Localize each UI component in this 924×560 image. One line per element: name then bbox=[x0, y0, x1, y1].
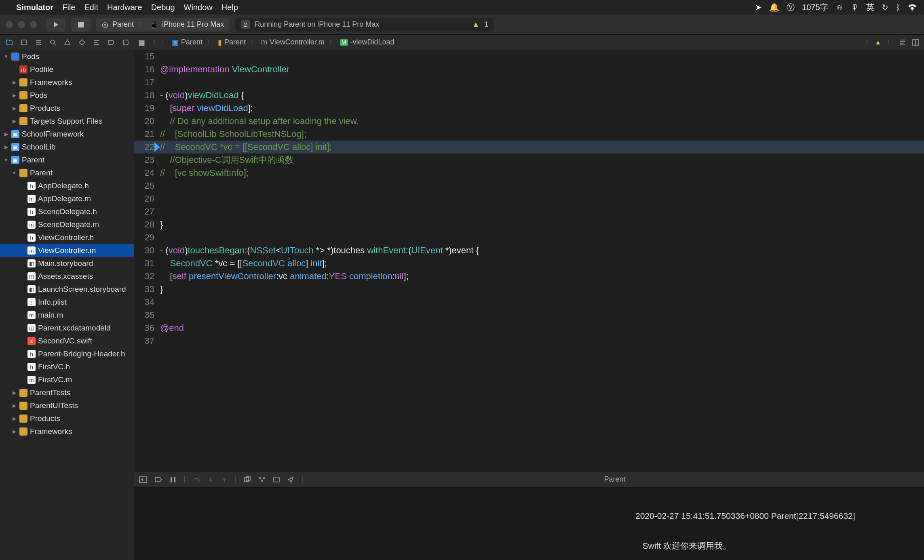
tree-row[interactable]: mViewController.m bbox=[0, 244, 134, 257]
tree-row[interactable]: mSceneDelegate.m bbox=[0, 218, 134, 231]
breakpoint-navigator-tab[interactable] bbox=[108, 38, 115, 46]
line-number[interactable]: 24 bbox=[134, 166, 160, 179]
line-number[interactable]: 31 bbox=[134, 257, 160, 270]
disclosure-triangle-icon[interactable] bbox=[11, 105, 17, 111]
project-navigator-tab[interactable] bbox=[6, 38, 13, 46]
smile-icon[interactable]: ☺ bbox=[835, 3, 844, 12]
code-content[interactable]: SecondVC *vc = [[SecondVC alloc] init]; bbox=[160, 257, 924, 270]
crumb-file[interactable]: ViewController.m bbox=[270, 38, 325, 46]
code-line[interactable]: 33} bbox=[134, 283, 924, 296]
environment-overrides-icon[interactable] bbox=[273, 476, 280, 483]
tree-row[interactable]: ParentUITests bbox=[0, 399, 134, 412]
menu-help[interactable]: Help bbox=[222, 3, 238, 12]
status-char-count[interactable]: 1075字 bbox=[802, 2, 828, 13]
tree-row[interactable]: ▣Parent bbox=[0, 154, 134, 166]
breakpoint-indicator-icon[interactable] bbox=[154, 142, 160, 152]
vpn-icon[interactable]: Ⓥ bbox=[787, 2, 795, 13]
line-number[interactable]: 27 bbox=[134, 205, 160, 218]
tree-row[interactable]: ▣SchoolFramework bbox=[0, 128, 134, 141]
tree-row[interactable]: ▣SchoolLib bbox=[0, 141, 134, 154]
line-number[interactable]: 20 bbox=[134, 115, 160, 128]
tree-row[interactable]: Targets Support Files bbox=[0, 115, 134, 128]
menu-window[interactable]: Window bbox=[184, 3, 213, 12]
tree-row[interactable]: sSecondVC.swift bbox=[0, 335, 134, 347]
code-line[interactable]: 29 bbox=[134, 231, 924, 244]
code-content[interactable]: @end bbox=[160, 322, 924, 335]
disclosure-triangle-icon[interactable] bbox=[3, 131, 9, 137]
issue-navigator-tab[interactable] bbox=[64, 38, 71, 46]
disclosure-triangle-icon[interactable] bbox=[11, 93, 17, 98]
code-line[interactable]: 22// SecondVC *vc = [[SecondVC alloc] in… bbox=[134, 141, 924, 154]
app-name[interactable]: Simulator bbox=[16, 3, 53, 12]
step-over-icon[interactable] bbox=[193, 476, 200, 483]
tree-row[interactable]: hViewController.h bbox=[0, 231, 134, 244]
code-content[interactable] bbox=[160, 50, 924, 63]
line-number[interactable]: 26 bbox=[134, 192, 160, 205]
line-number[interactable]: 15 bbox=[134, 50, 160, 63]
line-number[interactable]: 17 bbox=[134, 76, 160, 89]
source-control-navigator-tab[interactable] bbox=[20, 38, 27, 46]
tree-row[interactable]: rbPodfile bbox=[0, 63, 134, 76]
tree-row[interactable]: hFirstVC.h bbox=[0, 360, 134, 373]
menu-debug[interactable]: Debug bbox=[151, 3, 175, 12]
debug-view-hierarchy-icon[interactable] bbox=[244, 476, 251, 483]
tree-row[interactable]: mmain.m bbox=[0, 309, 134, 322]
related-items-icon[interactable]: ▦ bbox=[138, 38, 145, 47]
tree-row[interactable]: ⋮Info.plist bbox=[0, 296, 134, 309]
pause-continue-icon[interactable] bbox=[170, 476, 176, 483]
disclosure-triangle-icon[interactable] bbox=[11, 390, 17, 396]
code-line[interactable]: 27 bbox=[134, 205, 924, 218]
disclosure-triangle-icon[interactable] bbox=[11, 80, 17, 85]
tree-row[interactable]: mAppDelegate.m bbox=[0, 192, 134, 205]
notification-icon[interactable]: 🔔 bbox=[769, 2, 779, 12]
step-into-icon[interactable] bbox=[207, 476, 214, 483]
find-navigator-tab[interactable] bbox=[49, 38, 57, 46]
tree-row[interactable]: Pods bbox=[0, 89, 134, 102]
crumb-folder[interactable]: Parent bbox=[224, 38, 246, 46]
line-number[interactable]: 30 bbox=[134, 244, 160, 257]
code-content[interactable]: } bbox=[160, 218, 924, 231]
line-number[interactable]: 35 bbox=[134, 309, 160, 322]
line-number[interactable]: 22 bbox=[134, 141, 160, 154]
code-line[interactable]: 19 [super viewDidLoad]; bbox=[134, 102, 924, 115]
code-line[interactable]: 17 bbox=[134, 76, 924, 89]
line-number[interactable]: 29 bbox=[134, 231, 160, 244]
project-navigator[interactable]: PodsrbPodfileFrameworksPodsProductsTarge… bbox=[0, 50, 134, 560]
code-content[interactable] bbox=[160, 192, 924, 205]
tree-row[interactable]: Parent bbox=[0, 166, 134, 179]
code-line[interactable]: 23 //Objective-C调用Swift中的函数 bbox=[134, 154, 924, 166]
code-content[interactable]: [self presentViewController:vc animated:… bbox=[160, 270, 924, 283]
close-button[interactable] bbox=[6, 21, 13, 28]
line-number[interactable]: 34 bbox=[134, 296, 160, 309]
stop-button[interactable] bbox=[71, 18, 91, 32]
code-line[interactable]: 25 bbox=[134, 179, 924, 192]
code-editor[interactable]: 1516@implementation ViewController1718- … bbox=[134, 50, 924, 471]
line-number[interactable]: 18 bbox=[134, 89, 160, 102]
code-line[interactable]: 32 [self presentViewController:vc animat… bbox=[134, 270, 924, 283]
breakpoints-toggle-icon[interactable] bbox=[154, 476, 162, 483]
code-content[interactable] bbox=[160, 296, 924, 309]
jump-bar[interactable]: ▦ 〈 〉 ▣Parent 〉 ▮Parent 〉 mViewControlle… bbox=[134, 35, 863, 50]
minimap-button[interactable] bbox=[899, 39, 906, 46]
tree-row[interactable]: hParent-Bridging-Header.h bbox=[0, 347, 134, 360]
code-content[interactable]: //Objective-C调用Swift中的函数 bbox=[160, 154, 924, 166]
minimize-button[interactable] bbox=[18, 21, 25, 28]
code-line[interactable]: 24// [vc showSwiftInfo]; bbox=[134, 166, 924, 179]
menu-hardware[interactable]: Hardware bbox=[107, 3, 142, 12]
line-number[interactable]: 23 bbox=[134, 154, 160, 166]
code-content[interactable]: - (void)touchesBegan:(NSSet<UITouch *> *… bbox=[160, 244, 924, 257]
debug-navigator-tab[interactable] bbox=[93, 38, 100, 46]
code-content[interactable]: // [SchoolLib SchoolLibTestNSLog]; bbox=[160, 128, 924, 141]
wifi-icon[interactable] bbox=[908, 4, 917, 11]
adjust-editor-button[interactable] bbox=[912, 39, 919, 46]
tree-row[interactable]: ◫Assets.xcassets bbox=[0, 270, 134, 283]
tree-row[interactable]: Pods bbox=[0, 50, 134, 63]
test-navigator-tab[interactable] bbox=[78, 38, 86, 46]
tree-row[interactable]: mFirstVC.m bbox=[0, 373, 134, 386]
simulate-location-icon[interactable] bbox=[287, 476, 294, 483]
code-line[interactable]: 37 bbox=[134, 335, 924, 347]
code-content[interactable] bbox=[160, 205, 924, 218]
line-number[interactable]: 16 bbox=[134, 63, 160, 76]
input-method[interactable]: 英 bbox=[866, 2, 874, 13]
tree-row[interactable]: ◫Parent.xcdatamodeld bbox=[0, 322, 134, 335]
